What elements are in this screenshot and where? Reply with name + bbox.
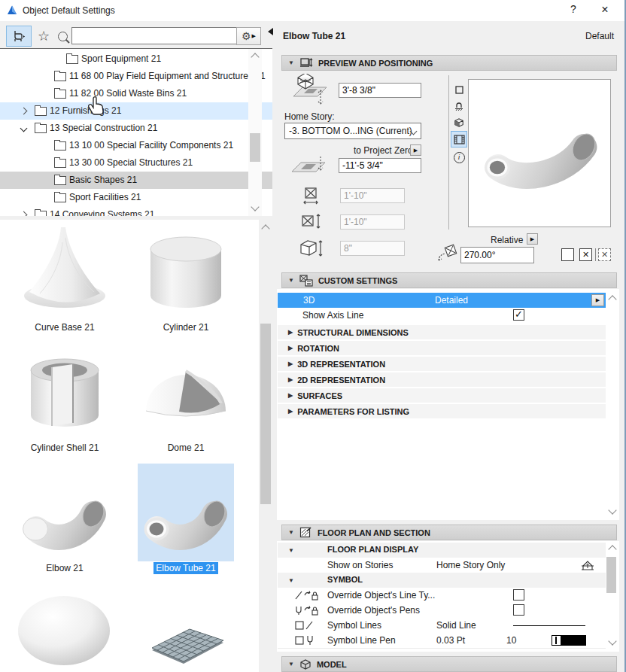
tree-scrollbar[interactable] bbox=[248, 49, 262, 216]
settings-flyout-button[interactable]: ⚙ ▶ bbox=[236, 27, 261, 45]
thumbnail-label: Dome 21 bbox=[126, 442, 246, 453]
thumbnail-ellipsoid[interactable] bbox=[16, 584, 114, 672]
chevron-right-icon[interactable] bbox=[20, 211, 28, 216]
chevron-down-icon[interactable] bbox=[20, 125, 28, 132]
pen-color-swatch[interactable] bbox=[552, 635, 586, 646]
section-custom-settings[interactable]: ▼ CUSTOM SETTINGS bbox=[281, 272, 617, 288]
divider bbox=[595, 248, 596, 261]
thumbnail-cylinder-shell[interactable] bbox=[16, 343, 114, 441]
subgroup-floor-plan-display[interactable]: ▼ FLOOR PLAN DISPLAY bbox=[278, 543, 606, 558]
thumbnail-elbow-tube[interactable] bbox=[137, 464, 235, 561]
floor-plan-icon bbox=[299, 527, 312, 538]
section-floor-plan-and-section[interactable]: ▼ FLOOR PLAN AND SECTION bbox=[281, 525, 617, 540]
group-rotation[interactable]: ▶ ROTATION bbox=[278, 341, 606, 355]
search-input[interactable] bbox=[71, 27, 242, 44]
row-symbol-lines[interactable]: Symbol Lines Solid Line bbox=[278, 618, 606, 634]
row-show-on-stories[interactable]: Show on Stories Home Story Only bbox=[278, 558, 606, 573]
tree-item[interactable]: 12 Furnishings 21 bbox=[0, 102, 272, 120]
group-label: 3D REPRESENTATION bbox=[297, 360, 385, 369]
scroll-down-icon[interactable] bbox=[251, 202, 259, 211]
row-override-linetype[interactable]: Override Object's Line Ty... bbox=[278, 588, 606, 604]
tree-item[interactable]: 13 30 00 Special Structures 21 bbox=[0, 154, 272, 172]
parameter-flyout-button[interactable]: ▶ bbox=[591, 294, 604, 306]
folder-icon bbox=[54, 141, 66, 151]
preview-2d-symbol-button[interactable] bbox=[451, 81, 467, 98]
group-surfaces[interactable]: ▶ SURFACES bbox=[278, 388, 606, 403]
relative-flyout-button[interactable]: ▶ bbox=[527, 233, 538, 245]
chair-icon bbox=[12, 29, 26, 43]
square-icon bbox=[455, 86, 463, 94]
preview-3d-button[interactable] bbox=[451, 114, 467, 131]
row-value: 0.03 Pt bbox=[436, 635, 465, 646]
tree-item[interactable]: Sport Facilities 21 bbox=[0, 189, 272, 206]
thumbnails-scrollbar-thumb[interactable] bbox=[260, 324, 271, 504]
offset-to-project-zero-field[interactable] bbox=[339, 158, 421, 173]
group-3d-representation[interactable]: ▶ 3D REPRESENTATION bbox=[278, 357, 606, 371]
tree-item[interactable]: 13 Special Construction 21 bbox=[0, 120, 272, 137]
folder-icon bbox=[35, 211, 47, 216]
subgroup-symbol[interactable]: ▼ SYMBOL bbox=[278, 573, 606, 588]
scroll-up-icon[interactable] bbox=[251, 53, 259, 61]
search-button[interactable] bbox=[53, 27, 72, 45]
thumbnail-label: Cylinder 21 bbox=[126, 322, 246, 333]
row-symbol-line-pen[interactable]: Symbol Line Pen 0.03 Pt 10 bbox=[278, 633, 606, 649]
show-axis-line-checkbox[interactable]: ✓ bbox=[513, 309, 524, 321]
tree-item[interactable]: 11 82 00 Solid Waste Bins 21 bbox=[0, 85, 272, 102]
close-button[interactable]: × bbox=[594, 3, 615, 18]
tree-item-label: Sport Equipment 21 bbox=[81, 53, 161, 64]
symbol-line-pen-icon bbox=[294, 634, 317, 646]
tree-scrollbar-thumb[interactable] bbox=[250, 133, 260, 162]
mirror-dashed-button[interactable]: ✕ bbox=[598, 248, 611, 261]
height-above-story-field[interactable] bbox=[339, 83, 421, 98]
expand-triangle-icon: ▶ bbox=[288, 392, 293, 399]
section-preview-and-positioning[interactable]: ▼ PREVIEW AND POSITIONING bbox=[281, 55, 617, 71]
thumbnail-dome[interactable] bbox=[137, 343, 235, 441]
tree-item-label: Sport Facilities 21 bbox=[69, 192, 141, 202]
favorites-button[interactable]: ☆ bbox=[33, 26, 54, 46]
rotation-angle-field[interactable] bbox=[460, 247, 534, 263]
section-model[interactable]: ▼ MODEL bbox=[281, 656, 617, 672]
thumbnail-mesh[interactable] bbox=[137, 584, 235, 672]
object-preview-pane bbox=[468, 79, 611, 227]
thumbnail-curve-base[interactable] bbox=[16, 223, 114, 321]
tree-item[interactable]: Basic Shapes 21 bbox=[0, 172, 272, 189]
object-tool-button[interactable] bbox=[6, 26, 32, 47]
thumbnail-elbow[interactable] bbox=[16, 464, 114, 561]
tree-item[interactable]: 14 Conveying Systems 21 bbox=[0, 206, 272, 216]
group-parameters-for-listing[interactable]: ▶ PARAMETERS FOR LISTING bbox=[278, 404, 606, 418]
floorplan-scrollbar-thumb[interactable] bbox=[606, 557, 616, 593]
thumbnail-label: Elbow Tube 21 bbox=[126, 563, 246, 573]
row-override-pens[interactable]: Override Object's Pens bbox=[278, 603, 606, 619]
dome-image bbox=[137, 343, 235, 441]
preview-hotspot-button[interactable] bbox=[451, 98, 467, 114]
elbow-tube-preview-image bbox=[475, 116, 606, 197]
help-button[interactable]: ? bbox=[563, 3, 584, 18]
parameter-value: Detailed bbox=[435, 295, 468, 306]
mirror-off-button[interactable] bbox=[561, 248, 574, 261]
thumbnails-scrollbar[interactable] bbox=[259, 220, 272, 672]
group-structural-dimensions[interactable]: ▶ STRUCTURAL DIMENSIONS bbox=[278, 325, 606, 339]
folder-icon bbox=[54, 176, 66, 185]
override-linetype-checkbox[interactable] bbox=[513, 589, 524, 601]
chevron-right-icon[interactable] bbox=[20, 108, 28, 115]
mirror-on-button[interactable]: ✕ bbox=[579, 248, 592, 261]
override-linetype-icon bbox=[294, 589, 320, 601]
preview-animation-button[interactable] bbox=[451, 131, 467, 147]
tree-item[interactable]: Sport Equipment 21 bbox=[0, 50, 272, 68]
thumbnail-cylinder[interactable] bbox=[137, 223, 235, 321]
to-project-zero-flyout-button[interactable]: ▶ bbox=[410, 144, 421, 156]
row-label: Show on Stories bbox=[327, 560, 393, 570]
folder-icon bbox=[35, 107, 47, 116]
scroll-up-icon[interactable] bbox=[261, 224, 269, 233]
group-label: PARAMETERS FOR LISTING bbox=[297, 407, 409, 416]
group-2d-representation[interactable]: ▶ 2D REPRESENTATION bbox=[278, 372, 606, 387]
title-bar: Object Default Settings ? × bbox=[0, 0, 624, 21]
home-story-select[interactable]: -3. BOTTOM O...ING (Current) bbox=[284, 123, 421, 139]
tree-item[interactable]: 11 68 00 Play Field Equipment and Struct… bbox=[0, 68, 272, 85]
collapse-left-panel-button[interactable] bbox=[268, 28, 273, 35]
section-title: PREVIEW AND POSITIONING bbox=[318, 59, 433, 68]
parameter-row-3d[interactable]: 3D Detailed ▶ bbox=[278, 293, 606, 308]
preview-info-button[interactable]: i bbox=[451, 149, 467, 166]
tree-item[interactable]: 13 10 00 Special Facility Components 21 bbox=[0, 137, 272, 154]
override-pens-checkbox[interactable] bbox=[513, 604, 524, 616]
